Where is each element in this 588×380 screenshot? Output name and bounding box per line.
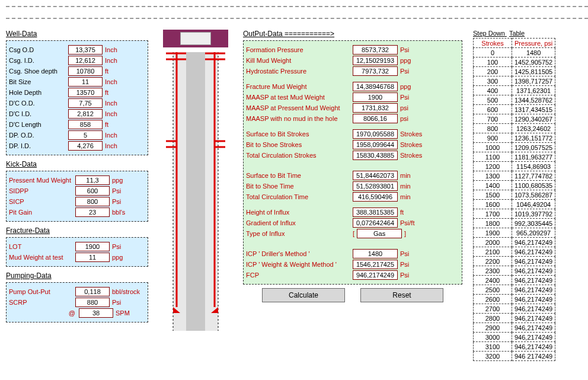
output-value[interactable]: [353, 260, 398, 269]
value-input[interactable]: [75, 253, 110, 262]
data-row: Pump Out-Putbbl/strock: [9, 286, 144, 297]
data-row: SCRPPsi: [9, 297, 144, 308]
row-label: Hole Depth: [9, 89, 68, 96]
value-input[interactable]: [75, 242, 110, 251]
output-box: Formation PressurePsiKill Mud WeightppgH…: [243, 40, 462, 285]
well-data-title: Well-Data: [6, 30, 148, 38]
table-cell: 2700: [474, 304, 512, 314]
data-row: Csg. I.D.Inch: [9, 55, 144, 66]
value-input[interactable]: [68, 141, 103, 151]
table-cell: 500: [474, 95, 512, 105]
output-row: Hydrostatic PressurePsi: [246, 66, 458, 76]
table-cell: 1200: [474, 162, 512, 171]
table-cell: 3100: [474, 342, 512, 352]
table-cell: 1046,49204: [512, 200, 555, 209]
output-row: Type of Influx[]: [246, 228, 458, 239]
data-row: Pit Gainbbl's: [9, 207, 144, 218]
unit-label: ppg: [112, 254, 123, 261]
kick-data-title: Kick-Data: [6, 160, 148, 168]
value-input[interactable]: [68, 109, 103, 119]
output-value[interactable]: [353, 151, 398, 160]
row-label: Csg O.D: [9, 46, 68, 53]
output-value[interactable]: [353, 82, 398, 91]
unit-label: Inch: [105, 110, 117, 117]
output-row: Surface to Bit StrokesStrokes: [246, 129, 458, 139]
table-cell: 2400: [474, 276, 512, 285]
table-row: 2500946,2174249: [474, 285, 555, 295]
table-cell: 3000: [474, 333, 512, 342]
unit-label: Inch: [105, 142, 117, 149]
table-cell: 1181,963277: [512, 152, 555, 162]
value-input[interactable]: [75, 298, 110, 307]
output-label: MAASP at Pressent Mud Weight: [246, 104, 353, 111]
table-cell: 900: [474, 133, 512, 143]
unit-label: Psi: [112, 198, 121, 205]
output-value[interactable]: [353, 103, 398, 113]
data-row: DP. I.D.Inch: [9, 140, 144, 151]
output-value[interactable]: [353, 92, 398, 102]
value-input[interactable]: [68, 130, 103, 140]
output-label: Gradient of Influx: [246, 219, 353, 226]
output-value[interactable]: [353, 181, 398, 191]
calculate-button[interactable]: Calculate: [262, 288, 345, 302]
data-row: Hole Depthft: [9, 87, 144, 98]
stepdown-column: Step Down Table StrokesPressure, psi0148…: [473, 30, 588, 361]
row-label: D'C I.D.: [9, 110, 68, 117]
output-value[interactable]: [353, 192, 398, 202]
data-row: D'C Lengthft: [9, 119, 144, 130]
table-cell: 2500: [474, 285, 512, 295]
output-value[interactable]: [353, 218, 398, 228]
value-input[interactable]: [68, 120, 103, 129]
value-input[interactable]: [75, 186, 110, 196]
table-row: 8001263,24602: [474, 124, 555, 133]
output-value[interactable]: [353, 171, 398, 180]
table-row: 7001290,340267: [474, 114, 555, 124]
output-value[interactable]: [357, 229, 402, 238]
value-input[interactable]: [68, 88, 103, 97]
value-input[interactable]: [68, 98, 103, 108]
unit-label: bbl's: [112, 209, 125, 216]
value-input[interactable]: [68, 77, 103, 87]
fracture-data-title: Fracture-Data: [6, 226, 148, 235]
output-value[interactable]: [353, 207, 398, 217]
table-cell: 1290,340267: [512, 114, 555, 124]
output-label: Hydrostatic Pressure: [246, 68, 353, 75]
output-unit: Strokes: [400, 152, 422, 159]
data-row: Pressent Mud Weightppg: [9, 175, 144, 186]
table-cell: 2100: [474, 247, 512, 257]
output-value[interactable]: [353, 66, 398, 76]
table-cell: 1100: [474, 152, 512, 162]
table-row: 2000946,2174249: [474, 238, 555, 247]
output-value[interactable]: [353, 140, 398, 149]
value-input[interactable]: [75, 197, 110, 206]
value-input[interactable]: [75, 175, 110, 185]
reset-button[interactable]: Reset: [360, 288, 443, 302]
output-label: Kill Mud Weight: [246, 57, 353, 64]
table-header: Pressure, psi: [512, 39, 555, 48]
table-row: 4001371,62301: [474, 86, 555, 95]
output-value[interactable]: [353, 249, 398, 258]
output-value[interactable]: [353, 56, 398, 65]
value-input[interactable]: [75, 207, 110, 217]
value-input[interactable]: [68, 66, 103, 76]
unit-label: ft: [105, 68, 108, 75]
value-input[interactable]: [68, 45, 103, 55]
output-row: Bit to Shoe StrokesStrokes: [246, 139, 458, 150]
table-cell: 800: [474, 124, 512, 133]
output-label: Fracture Mud Weight: [246, 83, 353, 90]
value-input[interactable]: [79, 308, 113, 318]
output-value[interactable]: [353, 270, 398, 280]
value-input[interactable]: [68, 56, 103, 65]
row-label: D'C O.D.: [9, 100, 68, 107]
value-input[interactable]: [75, 287, 110, 296]
output-row: Bit to Shoe Timemin: [246, 181, 458, 191]
table-cell: 946,2174249: [512, 257, 555, 266]
output-unit: Psi: [400, 46, 409, 53]
unit-label: Psi: [112, 299, 121, 306]
output-value[interactable]: [353, 45, 398, 55]
output-row: Kill Mud Weightppg: [246, 55, 458, 66]
output-value[interactable]: [353, 114, 398, 123]
output-value[interactable]: [353, 129, 398, 139]
output-unit: Psi: [400, 250, 409, 257]
row-label: Pump Out-Put: [9, 288, 75, 295]
